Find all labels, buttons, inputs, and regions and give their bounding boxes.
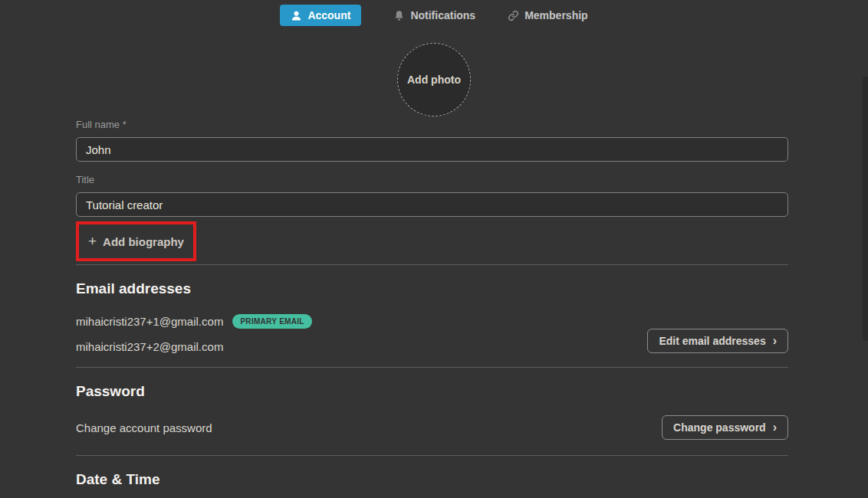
title-label: Title xyxy=(76,174,788,185)
tab-account-label: Account xyxy=(307,9,350,21)
email-addresses-heading: Email addresses xyxy=(76,280,788,297)
annotation-highlight-box: + Add biography xyxy=(76,221,196,261)
chevron-right-icon: › xyxy=(773,335,777,347)
add-photo-button[interactable]: Add photo xyxy=(397,43,471,116)
tab-membership-label: Membership xyxy=(524,9,587,21)
plus-icon: + xyxy=(88,233,97,250)
email-list-item: mihaicristi237+2@gmail.com xyxy=(76,340,312,353)
link-icon xyxy=(508,10,519,21)
primary-email-badge: PRIMARY EMAIL xyxy=(232,314,311,329)
tab-account[interactable]: Account xyxy=(280,5,361,26)
add-biography-button[interactable]: + Add biography xyxy=(88,233,184,250)
tab-membership[interactable]: Membership xyxy=(508,9,587,21)
divider xyxy=(76,455,788,456)
chevron-right-icon: › xyxy=(773,421,777,434)
password-heading: Password xyxy=(76,383,788,400)
edit-email-addresses-label: Edit email addresses xyxy=(659,335,765,347)
add-biography-label: Add biography xyxy=(103,235,184,248)
change-password-button[interactable]: Change password › xyxy=(662,415,788,440)
tab-notifications-label: Notifications xyxy=(410,9,475,21)
add-photo-label: Add photo xyxy=(407,74,461,86)
person-icon xyxy=(291,10,302,21)
email-address: mihaicristi237+2@gmail.com xyxy=(76,340,223,353)
tab-notifications[interactable]: Notifications xyxy=(393,9,475,21)
full-name-input[interactable] xyxy=(76,137,788,162)
full-name-label: Full name * xyxy=(76,119,788,130)
change-password-label: Change password xyxy=(673,421,766,434)
email-address: mihaicristi237+1@gmail.com xyxy=(76,315,223,328)
divider xyxy=(76,367,788,368)
email-section-body: mihaicristi237+1@gmail.com PRIMARY EMAIL… xyxy=(76,297,788,353)
title-input[interactable] xyxy=(76,192,788,217)
account-settings-form: Full name * Title + Add biography Email … xyxy=(76,119,788,488)
email-list: mihaicristi237+1@gmail.com PRIMARY EMAIL… xyxy=(76,297,312,353)
email-list-item: mihaicristi237+1@gmail.com PRIMARY EMAIL xyxy=(76,314,312,329)
divider xyxy=(76,264,788,265)
scrollbar-thumb[interactable] xyxy=(863,77,868,341)
settings-tabbar: Account Notifications Membership xyxy=(0,0,868,27)
edit-email-addresses-button[interactable]: Edit email addresses › xyxy=(647,329,788,353)
bell-icon xyxy=(393,10,405,21)
date-time-heading: Date & Time xyxy=(76,471,788,488)
password-section-body: Change account password Change password … xyxy=(76,415,788,440)
password-description: Change account password xyxy=(76,421,212,434)
avatar-row: Add photo xyxy=(0,43,868,116)
